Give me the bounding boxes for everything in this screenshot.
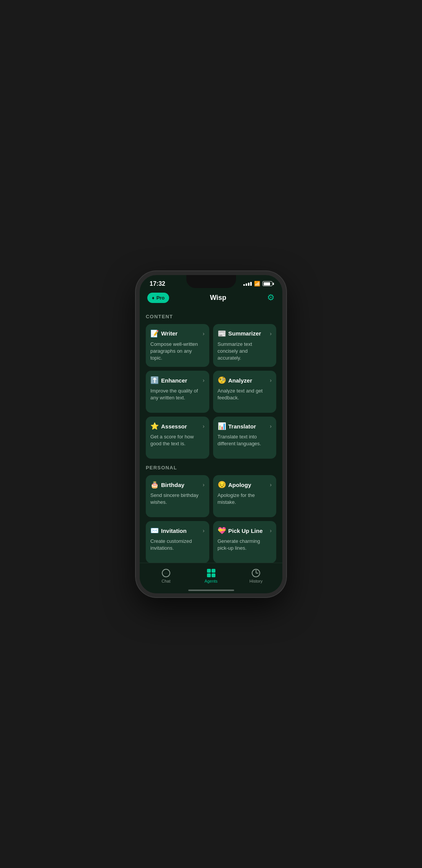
translator-title: Translator	[228, 423, 256, 430]
apology-emoji: 😔	[218, 480, 226, 489]
invitation-title: Invitation	[161, 528, 187, 534]
invitation-chevron: ›	[203, 528, 205, 534]
pro-badge[interactable]: ♦ Pro	[147, 293, 169, 303]
card-enhancer[interactable]: ⬆️ Enhancer › Improve the quality of any…	[146, 371, 209, 413]
apology-desc: Apologize for the mistake.	[218, 492, 272, 506]
card-pickup-line[interactable]: 💝 Pick Up Line › Generate charming pick-…	[213, 521, 277, 563]
enhancer-emoji: ⬆️	[150, 376, 159, 384]
analyzer-chevron: ›	[270, 377, 272, 383]
card-birthday[interactable]: 🎂 Birthday › Send sincere birthday wishe…	[146, 475, 209, 517]
enhancer-chevron: ›	[203, 377, 205, 383]
content-section-label: CONTENT	[146, 314, 276, 319]
pickup-desc: Generate charming pick-up lines.	[218, 538, 272, 552]
card-summarizer[interactable]: 📰 Summarizer › Summarize text concisely …	[213, 324, 277, 367]
content-cards-grid: 📝 Writer › Compose well-written paragrap…	[146, 324, 276, 459]
birthday-desc: Send sincere birthday wishes.	[150, 492, 205, 506]
enhancer-desc: Improve the quality of any written text.	[150, 388, 205, 401]
diamond-icon: ♦	[152, 295, 155, 301]
birthday-emoji: 🎂	[150, 480, 159, 489]
analyzer-desc: Analyze text and get feedback.	[218, 388, 272, 401]
summarizer-desc: Summarize text concisely and accurately.	[218, 341, 272, 362]
writer-desc: Compose well-written paragraphs on any t…	[150, 341, 205, 362]
nav-history-label: History	[249, 579, 262, 583]
writer-emoji: 📝	[150, 329, 159, 338]
summarizer-emoji: 📰	[218, 329, 226, 338]
chat-icon	[162, 569, 170, 577]
assessor-desc: Get a score for how good the text is.	[150, 433, 205, 447]
pickup-emoji: 💝	[218, 526, 226, 535]
history-icon	[252, 569, 260, 577]
writer-chevron: ›	[203, 331, 205, 337]
signal-icon	[243, 282, 252, 286]
assessor-emoji: ⭐	[150, 422, 159, 430]
invitation-desc: Create customized invitations.	[150, 538, 205, 552]
invitation-emoji: ✉️	[150, 526, 159, 535]
card-invitation[interactable]: ✉️ Invitation › Create customized invita…	[146, 521, 209, 563]
birthday-title: Birthday	[161, 482, 184, 488]
nav-agents[interactable]: Agents	[189, 569, 234, 583]
nav-chat-label: Chat	[161, 579, 170, 583]
app-header: ♦ Pro Wisp ⚙	[140, 290, 282, 308]
bottom-nav: Chat Agents History	[140, 563, 282, 593]
nav-agents-label: Agents	[204, 579, 217, 583]
apology-chevron: ›	[270, 482, 272, 488]
apology-title: Apology	[228, 482, 251, 488]
settings-icon[interactable]: ⚙	[267, 293, 275, 303]
card-translator[interactable]: 📊 Translator › Translate text into diffe…	[213, 417, 277, 459]
summarizer-title: Summarizer	[228, 330, 261, 337]
agents-icon	[207, 569, 215, 577]
personal-section-label: PERSONAL	[146, 465, 276, 471]
pro-badge-label: Pro	[156, 295, 165, 301]
writer-title: Writer	[161, 330, 178, 337]
battery-icon	[262, 281, 272, 286]
enhancer-title: Enhancer	[161, 377, 187, 384]
status-time: 17:32	[150, 280, 165, 287]
pickup-title: Pick Up Line	[228, 528, 263, 534]
card-assessor[interactable]: ⭐ Assessor › Get a score for how good th…	[146, 417, 209, 459]
translator-chevron: ›	[270, 423, 272, 429]
card-writer[interactable]: 📝 Writer › Compose well-written paragrap…	[146, 324, 209, 367]
assessor-title: Assessor	[161, 423, 187, 430]
analyzer-emoji: 🧐	[218, 376, 226, 384]
personal-cards-grid: 🎂 Birthday › Send sincere birthday wishe…	[146, 475, 276, 564]
app-title: Wisp	[210, 294, 226, 302]
pickup-chevron: ›	[270, 528, 272, 534]
translator-desc: Translate text into different languages.	[218, 433, 272, 447]
birthday-chevron: ›	[203, 482, 205, 488]
translator-emoji: 📊	[218, 422, 226, 430]
nav-history[interactable]: History	[233, 569, 279, 583]
status-icons: 📶	[243, 281, 272, 287]
home-indicator	[188, 590, 234, 591]
notch	[186, 275, 236, 288]
card-analyzer[interactable]: 🧐 Analyzer › Analyze text and get feedba…	[213, 371, 277, 413]
wifi-icon: 📶	[254, 281, 260, 287]
analyzer-title: Analyzer	[228, 377, 253, 384]
summarizer-chevron: ›	[270, 331, 272, 337]
phone-frame: 17:32 📶 ♦ Pro Wisp ⚙ CONTENT 📝	[136, 271, 286, 597]
card-apology[interactable]: 😔 Apology › Apologize for the mistake.	[213, 475, 277, 517]
assessor-chevron: ›	[203, 423, 205, 429]
scroll-area[interactable]: CONTENT 📝 Writer › Compose well-written …	[140, 308, 282, 565]
nav-chat[interactable]: Chat	[143, 569, 189, 583]
